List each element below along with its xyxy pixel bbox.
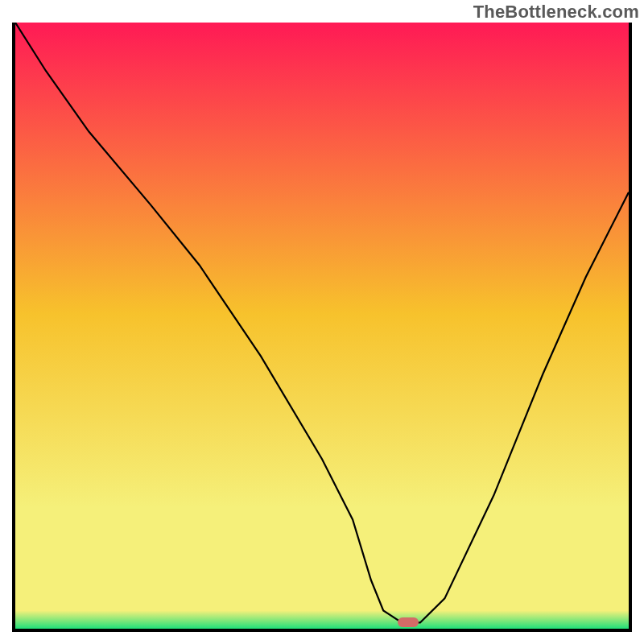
plot-area bbox=[15, 23, 629, 629]
watermark-text: TheBottleneck.com bbox=[473, 2, 639, 23]
curve-path bbox=[15, 23, 629, 622]
chart-container: TheBottleneck.com bbox=[0, 0, 644, 644]
plot-frame bbox=[12, 23, 632, 632]
bottleneck-curve bbox=[15, 23, 629, 629]
optimal-marker bbox=[398, 617, 419, 627]
